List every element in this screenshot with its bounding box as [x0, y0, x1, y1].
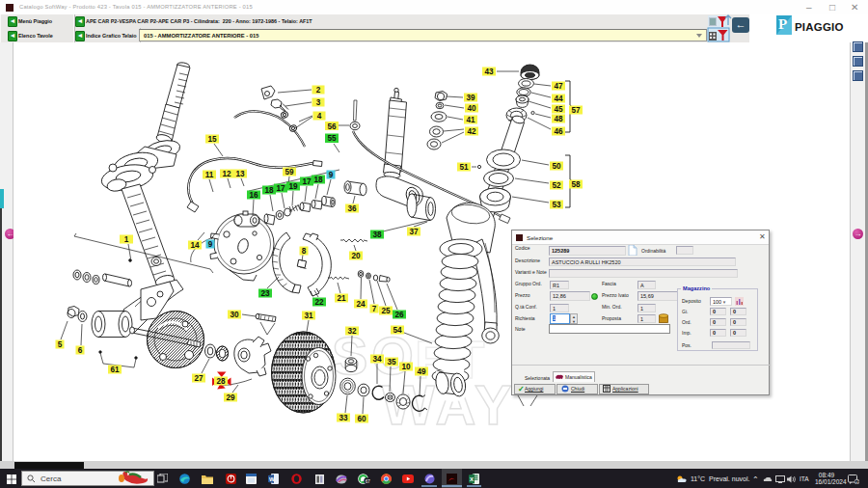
svg-text:28: 28 — [216, 377, 226, 386]
svg-text:1: 1 — [124, 235, 129, 244]
svg-text:44: 44 — [554, 95, 563, 103]
svg-text:55: 55 — [327, 134, 337, 143]
svg-text:59: 59 — [285, 168, 294, 176]
svg-text:X: X — [470, 476, 474, 482]
svg-text:49: 49 — [417, 367, 426, 376]
svg-text:53: 53 — [552, 201, 561, 209]
svg-text:3: 3 — [316, 98, 321, 107]
svg-text:4: 4 — [317, 112, 322, 121]
svg-text:57: 57 — [571, 106, 581, 115]
svg-text:W: W — [269, 476, 275, 482]
svg-text:52: 52 — [552, 181, 561, 190]
svg-text:54: 54 — [393, 326, 402, 335]
svg-text:47: 47 — [554, 82, 563, 91]
svg-text:13: 13 — [235, 170, 245, 178]
svg-text:11: 11 — [205, 171, 214, 179]
svg-text:9: 9 — [329, 171, 334, 179]
svg-text:51: 51 — [459, 163, 469, 172]
svg-text:21: 21 — [337, 294, 346, 303]
svg-text:46: 46 — [554, 127, 563, 136]
svg-text:18: 18 — [313, 176, 323, 184]
svg-text:35: 35 — [387, 358, 396, 366]
svg-text:41: 41 — [466, 116, 475, 124]
svg-text:20: 20 — [351, 252, 361, 260]
svg-text:60: 60 — [357, 415, 366, 423]
svg-text:PIAGGIO: PIAGGIO — [795, 21, 844, 33]
svg-text:16: 16 — [249, 191, 258, 200]
svg-text:8: 8 — [302, 247, 307, 256]
svg-text:5: 5 — [58, 340, 63, 349]
svg-text:61: 61 — [110, 366, 120, 374]
svg-text:12: 12 — [222, 170, 231, 178]
svg-text:48: 48 — [554, 115, 563, 123]
svg-text:18: 18 — [264, 186, 274, 195]
svg-text:25: 25 — [381, 307, 391, 315]
svg-text:23: 23 — [260, 289, 270, 298]
svg-text:56: 56 — [327, 122, 337, 131]
svg-text:42: 42 — [467, 127, 476, 136]
svg-text:32: 32 — [347, 327, 357, 336]
svg-text:19: 19 — [288, 182, 298, 191]
svg-text:26: 26 — [394, 311, 404, 319]
svg-text:17: 17 — [276, 184, 285, 193]
svg-text:10: 10 — [401, 363, 411, 371]
svg-text:36: 36 — [347, 204, 357, 213]
svg-text:67: 67 — [366, 479, 370, 484]
svg-text:34: 34 — [372, 355, 382, 364]
svg-text:37: 37 — [409, 228, 419, 236]
svg-text:29: 29 — [226, 393, 235, 402]
svg-text:7: 7 — [372, 305, 377, 313]
svg-text:2: 2 — [855, 479, 858, 484]
svg-text:22: 22 — [314, 298, 324, 307]
svg-text:6: 6 — [78, 346, 83, 355]
svg-text:17: 17 — [302, 177, 312, 186]
svg-text:31: 31 — [304, 312, 313, 320]
svg-text:40: 40 — [467, 104, 476, 113]
svg-text:38: 38 — [372, 230, 382, 239]
svg-text:2: 2 — [316, 86, 321, 95]
svg-text:39: 39 — [466, 94, 475, 102]
svg-text:45: 45 — [554, 105, 563, 114]
svg-text:15: 15 — [207, 135, 217, 144]
svg-text:43: 43 — [484, 68, 494, 76]
svg-text:58: 58 — [571, 180, 581, 189]
svg-text:33: 33 — [339, 414, 348, 422]
svg-text:24: 24 — [356, 300, 366, 309]
svg-text:50: 50 — [552, 162, 561, 171]
svg-text:14: 14 — [190, 241, 200, 250]
svg-text:P: P — [778, 16, 787, 32]
svg-text:9: 9 — [208, 240, 213, 249]
svg-text:30: 30 — [230, 311, 239, 319]
svg-text:27: 27 — [194, 374, 203, 383]
